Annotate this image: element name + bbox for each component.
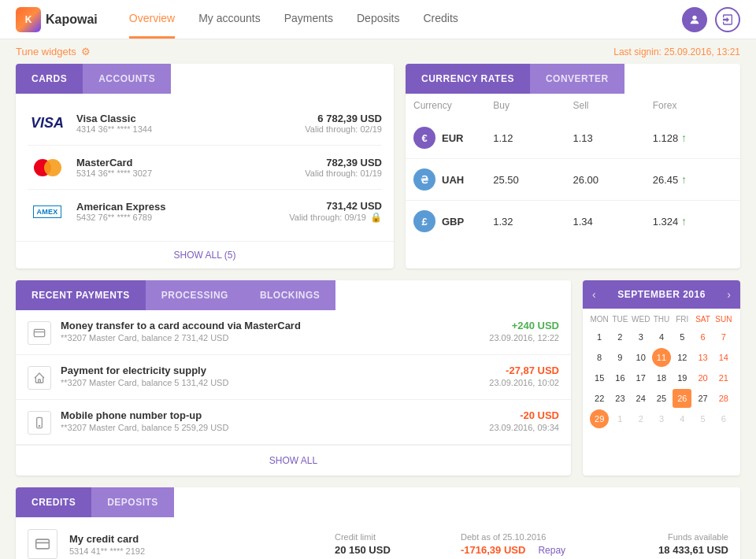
cal-day-11[interactable]: 11 [652, 348, 671, 367]
logo[interactable]: K Kapowai [16, 7, 98, 32]
cal-day-6[interactable]: 6 [694, 328, 713, 346]
cal-day-18[interactable]: 18 [652, 368, 671, 387]
cal-day-3[interactable]: 3 [632, 328, 650, 346]
payment-subtitle-2: **3207 Master Card, balance 5 131,42 USD [61, 378, 441, 387]
logout-icon[interactable] [715, 7, 740, 32]
payment-details-3: Mobile phone number top-up **3207 Master… [61, 409, 441, 432]
profile-icon[interactable] [682, 7, 707, 32]
gbp-sell: 1.34 [573, 216, 653, 228]
cal-day-om-5[interactable]: 5 [694, 409, 713, 428]
credit-repay-1[interactable]: Repay [538, 545, 565, 556]
show-all-cards[interactable]: SHOW ALL (5) [16, 241, 394, 268]
cal-day-20[interactable]: 20 [694, 368, 713, 387]
calendar-prev[interactable]: ‹ [592, 288, 596, 301]
cal-day-2[interactable]: 2 [610, 328, 629, 346]
gear-icon: ⚙ [81, 46, 91, 57]
calendar-title: SEPTEMBER 2016 [617, 289, 706, 300]
credits-tabs: CREDITS DEPOSITS [16, 487, 740, 517]
payments-panel: RECENT PAYMENTS PROCESSING BLOCKINGS Mon… [16, 280, 571, 476]
tab-cards[interactable]: CARDS [16, 64, 83, 94]
cal-day-25[interactable]: 25 [652, 389, 671, 408]
credit-limit-col-1: Credit limit 20 150 USD [335, 532, 461, 556]
card-mastercard[interactable]: MasterCard 5314 36** **** 3027 782,39 US… [28, 146, 382, 190]
cal-day-24[interactable]: 24 [632, 389, 650, 408]
payment-item-2[interactable]: Payment for electricity supply **3207 Ma… [16, 355, 571, 400]
subheader: Tune widgets ⚙ Last signin: 25.09.2016, … [0, 39, 756, 64]
cal-day-14[interactable]: 14 [714, 348, 733, 367]
cal-day-17[interactable]: 17 [632, 368, 650, 387]
cal-day-om-3[interactable]: 3 [652, 409, 671, 428]
tab-credits[interactable]: CREDITS [16, 487, 91, 517]
payment-item-3[interactable]: Mobile phone number top-up **3207 Master… [16, 400, 571, 445]
nav-deposits[interactable]: Deposits [357, 0, 399, 39]
cal-day-22[interactable]: 22 [590, 389, 609, 408]
cards-body: VISA Visa Classic 4314 36** **** 1344 6 … [16, 94, 394, 241]
payments-tabs: RECENT PAYMENTS PROCESSING BLOCKINGS [16, 280, 571, 310]
payment-date-2: 23.09.2016, 10:02 [441, 378, 559, 387]
mastercard-logo [28, 154, 67, 181]
eur-forex: 1.128 ↑ [653, 131, 732, 144]
cal-day-8[interactable]: 8 [590, 348, 609, 367]
tab-deposits[interactable]: DEPOSITS [91, 487, 174, 517]
uah-buy: 25.50 [493, 174, 573, 186]
payment-date-3: 23.09.2016, 09:34 [441, 423, 559, 432]
calendar-next[interactable]: › [727, 288, 731, 301]
cal-day-1[interactable]: 1 [590, 328, 609, 346]
currency-row-uah: ₴ UAH 25.50 26.00 26.45 ↑ [406, 159, 740, 201]
credit-funds-value-1: 18 433,61 USD [602, 544, 728, 556]
currency-body: Currency Buy Sell Forex € EUR 1.12 1.13 … [406, 94, 740, 242]
card-info-visa: Visa Classic 4314 36** **** 1344 [76, 113, 305, 134]
cal-day-16[interactable]: 16 [610, 368, 629, 387]
show-all-payments[interactable]: SHOW ALL [16, 445, 571, 476]
tab-blockings[interactable]: BLOCKINGS [244, 280, 336, 310]
cal-day-5[interactable]: 5 [673, 328, 691, 346]
svg-rect-1 [34, 329, 44, 336]
cal-day-om-4[interactable]: 4 [673, 409, 691, 428]
cal-day-21[interactable]: 21 [714, 368, 733, 387]
nav-my-accounts[interactable]: My accounts [198, 0, 261, 39]
tab-recent-payments[interactable]: RECENT PAYMENTS [16, 280, 146, 310]
card-visa[interactable]: VISA Visa Classic 4314 36** **** 1344 6 … [28, 102, 382, 146]
cal-day-19[interactable]: 19 [673, 368, 691, 387]
row-2: RECENT PAYMENTS PROCESSING BLOCKINGS Mon… [16, 280, 740, 476]
amex-name: American Express [76, 201, 289, 213]
cal-day-4[interactable]: 4 [652, 328, 671, 346]
payment-item-1[interactable]: Money transfer to a card accound via Mas… [16, 310, 571, 355]
cal-day-10[interactable]: 10 [632, 348, 650, 367]
cal-day-26[interactable]: 26 [673, 389, 691, 408]
uah-forex: 26.45 ↑ [653, 173, 732, 186]
cal-day-29[interactable]: 29 [590, 409, 609, 428]
cal-day-9[interactable]: 9 [610, 348, 629, 367]
eur-cell: € EUR [413, 127, 493, 149]
cal-day-28[interactable]: 28 [714, 389, 733, 408]
cal-day-12[interactable]: 12 [673, 348, 691, 367]
row-3: CREDITS DEPOSITS My credit card 5314 41*… [16, 487, 740, 559]
currency-col-forex: Forex [653, 100, 732, 111]
calendar-days-header: MON TUE WED THU FRI SAT SUN [589, 315, 734, 324]
cal-day-7[interactable]: 7 [714, 328, 733, 346]
tab-accounts[interactable]: ACCOUNTS [83, 64, 171, 94]
cal-day-om-2[interactable]: 2 [632, 409, 650, 428]
card-amex[interactable]: AMEX American Express 5432 76** **** 678… [28, 190, 382, 233]
cal-day-om-6[interactable]: 6 [714, 409, 733, 428]
cal-day-23[interactable]: 23 [610, 389, 629, 408]
payment-date-1: 23.09.2016, 12:22 [441, 333, 559, 342]
cal-day-15[interactable]: 15 [590, 368, 609, 387]
eur-sell: 1.13 [573, 132, 653, 144]
cal-day-13[interactable]: 13 [694, 348, 713, 367]
last-signin: Last signin: 25.09.2016, 13:21 [613, 46, 740, 57]
nav-payments[interactable]: Payments [284, 0, 333, 39]
payment-amount-2: -27,87 USD [441, 365, 559, 376]
cal-day-om-1[interactable]: 1 [610, 409, 629, 428]
tab-processing[interactable]: PROCESSING [146, 280, 244, 310]
uah-badge: ₴ [413, 168, 435, 191]
credit-item-1[interactable]: My credit card 5314 41** **** 2192 Credi… [16, 517, 740, 559]
cal-day-27[interactable]: 27 [694, 389, 713, 408]
nav-overview[interactable]: Overview [129, 0, 175, 39]
visa-name: Visa Classic [76, 113, 305, 124]
tune-widgets[interactable]: Tune widgets ⚙ [16, 46, 91, 57]
amex-amount: 731,42 USD Valid through: 09/19 🔒 [289, 200, 382, 223]
tab-converter[interactable]: CONVERTER [530, 64, 624, 94]
tab-currency-rates[interactable]: CURRENCY RATES [406, 64, 530, 94]
nav-credits[interactable]: Credits [423, 0, 458, 39]
